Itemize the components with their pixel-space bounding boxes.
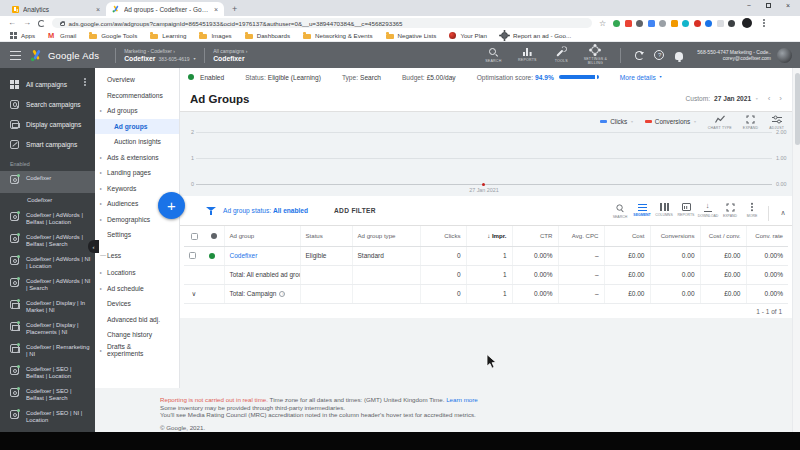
sidebar-campaign-item[interactable]: Codefixer [0, 193, 95, 208]
chevron-down-icon[interactable]: ∨ [184, 284, 204, 303]
sidebar-nav-item[interactable]: Settings [95, 227, 179, 243]
next-period-button[interactable]: › [779, 95, 782, 103]
url-field[interactable]: ads.google.com/aw/adgroups?campaignId=86… [52, 18, 592, 29]
ad-group-link[interactable]: Codefixer [230, 252, 258, 259]
refresh-button[interactable] [629, 48, 649, 62]
campaign-breadcrumb[interactable]: All campaigns › Codefixer [213, 48, 247, 63]
row-checkbox[interactable] [189, 252, 196, 259]
extension-icon[interactable] [636, 20, 643, 27]
window-close-button[interactable]: × [786, 1, 790, 10]
scrollbar[interactable] [792, 68, 800, 432]
tools-button[interactable]: TOOLS [544, 47, 578, 63]
segment-button[interactable]: SEGMENT [631, 203, 653, 223]
sidebar-campaign-item[interactable]: Codefixer | AdWords | Belfast | Search [0, 230, 95, 252]
table-row-ad-group[interactable]: Codefixer Eligible Standard 0 1 0.00% – … [184, 246, 788, 265]
info-icon[interactable] [279, 291, 285, 297]
sidebar-campaign-item[interactable]: Codefixer | AdWords | NI | Location [0, 252, 95, 274]
col-cost-per-conv[interactable]: Cost / conv. [700, 226, 746, 246]
sidebar-collapse-handle[interactable]: ‹ [88, 240, 99, 253]
sidebar-nav-item[interactable]: Auction insights [95, 134, 179, 150]
col-impressions[interactable]: ↓ Impr. [466, 226, 512, 246]
window-minimize-button[interactable]: − [747, 1, 751, 10]
search-button[interactable]: SEARCH [476, 47, 510, 63]
extension-icon[interactable] [705, 20, 712, 27]
chart-adjust-button[interactable]: ADJUST [769, 115, 784, 130]
sidebar-campaign-item[interactable]: Codefixer [0, 171, 95, 193]
bookmark-item[interactable]: Negative Lists [386, 32, 437, 39]
tab-ad-groups[interactable]: Ad groups - Codefixer - Google × [106, 2, 224, 16]
expand-button[interactable]: EXPAND [719, 203, 741, 223]
extension-icon[interactable] [648, 20, 655, 27]
col-conversions[interactable]: Conversions [650, 226, 700, 246]
extension-icon[interactable] [659, 20, 666, 27]
sidebar-campaign-item[interactable]: Codefixer | Display | In Market | NI [0, 296, 95, 318]
sidebar-nav-item[interactable]: ▸ Ads & extensions [95, 150, 179, 166]
col-cost[interactable]: Cost [604, 226, 650, 246]
settings-billing-button[interactable]: SETTINGS & BILLING [578, 45, 612, 65]
bookmark-item[interactable]: Learning [150, 32, 186, 39]
collapse-table-button[interactable]: ∧ [774, 209, 792, 217]
bookmark-item[interactable]: Your Plan [449, 32, 487, 39]
sidebar-campaign-item[interactable]: Codefixer | SEO | Belfast | Location [0, 362, 95, 384]
col-ad-group-type[interactable]: Ad group type [352, 226, 420, 246]
sidebar-nav-item[interactable]: ▸ Ad schedule [95, 281, 179, 297]
filter-chip[interactable]: Ad group status: All enabled [223, 207, 308, 214]
extension-icon[interactable] [671, 20, 678, 27]
bookmark-item[interactable]: Dashboards [245, 32, 290, 39]
sidebar-nav-item[interactable]: ▸ Landing pages [95, 165, 179, 181]
google-ads-logo[interactable]: Google Ads [30, 49, 99, 62]
optimisation-score[interactable]: Optimisation score: 94.9% [477, 74, 599, 81]
sidebar-nav-item[interactable]: ▸ Drafts & experiments [95, 343, 179, 359]
col-ad-group[interactable]: Ad group [224, 226, 300, 246]
sidebar-campaign-item[interactable]: Codefixer | AdWords | Belfast | Location [0, 208, 95, 230]
chevron-down-icon[interactable]: ▼ [193, 57, 197, 61]
all-campaigns-menu-icon[interactable] [84, 81, 86, 83]
clicks-metric-dropdown[interactable]: Clicks ▼ [600, 115, 634, 125]
window-maximize-button[interactable] [766, 3, 771, 8]
notifications-button[interactable] [669, 48, 689, 62]
budget-field[interactable]: Budget: £5.00/day [402, 74, 456, 81]
puzzle-extension-icon[interactable] [728, 20, 735, 27]
bookmark-item[interactable]: Report an ad - Goo... [500, 31, 571, 40]
sidebar-nav-item[interactable]: Ad groups [95, 119, 179, 135]
bookmark-star-icon[interactable]: ☆ [599, 19, 606, 28]
extension-icon[interactable] [625, 20, 632, 27]
sidebar-campaign-item[interactable]: Codefixer | Remarketing | NI [0, 340, 95, 362]
add-ad-group-button[interactable] [158, 192, 185, 219]
sidebar-campaign-filter[interactable]: Smart campaigns [0, 134, 95, 154]
extension-icon[interactable] [613, 20, 620, 27]
tab-close-icon[interactable]: × [214, 6, 218, 13]
account-breadcrumb[interactable]: Marketing - Codefixer › Codefixer 383-60… [124, 48, 196, 63]
sidebar-campaign-item[interactable]: Codefixer | Display | Placements | NI [0, 318, 95, 340]
col-status[interactable]: Status [300, 226, 352, 246]
sidebar-campaign-item[interactable]: Codefixer | AdWords | NI | Search [0, 274, 95, 296]
col-ctr[interactable]: CTR [512, 226, 558, 246]
sidebar-campaign-item[interactable]: Codefixer | SEO | NI | Location [0, 406, 95, 428]
sidebar-nav-item[interactable]: — Less [95, 248, 179, 264]
bookmark-item[interactable]: Networking & Events [303, 32, 372, 39]
help-button[interactable] [649, 48, 669, 62]
realtime-notice-link[interactable]: Reporting is not carried out in real tim… [160, 396, 268, 403]
scrollbar-thumb[interactable] [795, 73, 800, 145]
reports-button[interactable]: REPORTS [510, 47, 544, 62]
hamburger-menu-icon[interactable] [10, 51, 21, 60]
sidebar-campaign-filter[interactable]: All campaigns [0, 74, 95, 94]
browser-profile-avatar[interactable] [742, 18, 752, 28]
extension-icon[interactable] [682, 20, 689, 27]
chart-type-button[interactable]: CHART TYPE [708, 115, 732, 130]
bookmark-item[interactable]: Google Tools [89, 32, 137, 39]
sidebar-campaign-item[interactable]: Codefixer | SEO | Belfast | Search [0, 384, 95, 406]
add-filter-button[interactable]: ADD FILTER [334, 207, 376, 214]
enabled-status[interactable]: Enabled [188, 74, 224, 81]
sidebar-nav-item[interactable]: Advanced bid adj. [95, 312, 179, 328]
reports-button[interactable]: REPORTS [675, 203, 697, 223]
conversions-metric-dropdown[interactable]: Conversions ▼ [645, 115, 697, 125]
col-clicks[interactable]: Clicks [420, 226, 466, 246]
more-button[interactable]: MORE [741, 203, 763, 223]
date-range-picker[interactable]: Custom: 27 Jan 2021 ▼ ‹ › [686, 95, 783, 103]
reload-button[interactable] [38, 20, 45, 27]
back-button[interactable]: ← [8, 19, 16, 27]
sidebar-nav-item[interactable]: Recommendations [95, 88, 179, 104]
sidebar-nav-item[interactable]: ▸ Ad groups [95, 103, 179, 119]
browser-menu-icon[interactable] [763, 22, 765, 24]
